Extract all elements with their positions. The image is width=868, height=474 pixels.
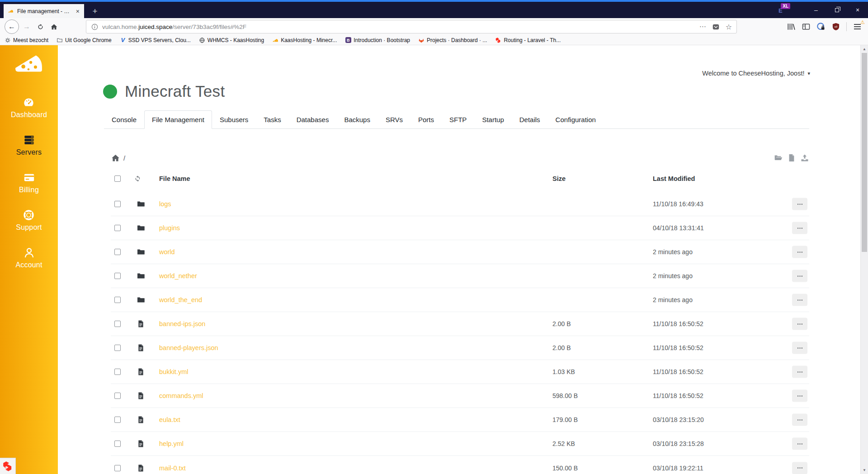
bookmark-ssd-vps-servers-clou[interactable]: V SSD VPS Servers, Clou... xyxy=(120,37,191,43)
bookmark-uit-google-chrome[interactable]: Uit Google Chrome xyxy=(57,37,112,43)
file-name-link[interactable]: world_nether xyxy=(159,272,197,280)
cheesehosting-logo-icon[interactable] xyxy=(14,52,44,76)
bookmark-routing-laravel-th[interactable]: Routing - Laravel - Th... xyxy=(495,37,561,43)
close-button[interactable]: × xyxy=(847,2,868,18)
tab-srvs[interactable]: SRVs xyxy=(378,110,410,129)
file-name-link[interactable]: help.yml xyxy=(159,440,184,447)
home-button[interactable] xyxy=(47,20,61,33)
sidebar-item-servers[interactable]: Servers xyxy=(16,134,42,156)
tab-details[interactable]: Details xyxy=(512,110,548,129)
file-name-link[interactable]: banned-players.json xyxy=(159,344,218,351)
bookmark-introduction-bootstrap[interactable]: B Introduction · Bootstrap xyxy=(345,37,410,43)
scrollbar-thumb[interactable] xyxy=(862,53,867,252)
tab-file-management[interactable]: File Management xyxy=(144,110,212,129)
row-checkbox[interactable] xyxy=(114,273,121,279)
breadcrumb-path[interactable]: / xyxy=(123,154,125,162)
file-name-link[interactable]: bukkit.yml xyxy=(159,368,188,375)
scroll-down-icon[interactable]: ▼ xyxy=(861,468,868,472)
minimize-button[interactable]: – xyxy=(806,2,826,18)
bookmark-projects-dashboard[interactable]: Projects · Dashboard · ... xyxy=(418,37,487,43)
row-checkbox[interactable] xyxy=(114,417,121,423)
onepassword-icon[interactable] xyxy=(816,22,826,31)
bookmark-whmcs-kaashosting[interactable]: WHMCS - KaasHosting xyxy=(199,37,264,43)
file-type-icon xyxy=(137,464,145,472)
ublock-icon[interactable]: u0 xyxy=(831,22,840,31)
row-actions-button[interactable] xyxy=(792,198,807,210)
row-checkbox[interactable] xyxy=(114,441,121,447)
file-name-link[interactable]: commands.yml xyxy=(159,392,203,399)
tab-ports[interactable]: Ports xyxy=(410,110,442,129)
site-info-icon[interactable] xyxy=(91,23,99,31)
row-actions-button[interactable] xyxy=(792,462,807,474)
account-menu[interactable]: Welcome to CheeseHosting, Joost! ▾ xyxy=(702,70,810,77)
row-checkbox[interactable] xyxy=(114,297,121,303)
new-file-icon[interactable] xyxy=(787,153,796,162)
tab-close-icon[interactable]: × xyxy=(75,8,80,15)
row-actions-button[interactable] xyxy=(792,318,807,330)
scroll-up-icon[interactable]: ▲ xyxy=(861,47,868,51)
select-all-checkbox[interactable] xyxy=(114,175,121,182)
row-checkbox[interactable] xyxy=(114,321,121,327)
row-checkbox[interactable] xyxy=(114,249,121,255)
sidebar-toggle-icon[interactable] xyxy=(802,22,811,31)
row-actions-button[interactable] xyxy=(792,342,807,354)
bookmark-star-icon[interactable]: ☆ xyxy=(726,23,732,31)
page-scrollbar[interactable]: ▲ ▼ xyxy=(860,45,868,474)
file-name-link[interactable]: plugins xyxy=(159,224,180,232)
sidebar-item-dashboard[interactable]: Dashboard xyxy=(11,96,47,119)
tab-backups[interactable]: Backups xyxy=(336,110,378,129)
tab-sftp[interactable]: SFTP xyxy=(442,110,474,129)
row-checkbox[interactable] xyxy=(114,393,121,399)
sidebar-item-account[interactable]: Account xyxy=(15,246,42,269)
refresh-icon[interactable] xyxy=(134,175,142,183)
pocket-icon[interactable] xyxy=(712,23,720,31)
file-type-icon xyxy=(137,248,145,256)
row-actions-button[interactable] xyxy=(792,414,807,426)
column-header-modified: Last Modified xyxy=(653,175,695,182)
library-icon[interactable] xyxy=(787,22,796,31)
file-name-link[interactable]: world xyxy=(159,248,175,256)
url-text[interactable]: vulcan.home.juiced.space/server/73b3ac9f… xyxy=(102,24,696,30)
bookmark-kaashosting-minecr[interactable]: KaasHosting - Minecr... xyxy=(272,37,337,43)
home-breadcrumb-icon[interactable] xyxy=(111,153,120,163)
sidebar-item-support[interactable]: Support xyxy=(16,209,42,232)
row-actions-button[interactable] xyxy=(792,270,807,282)
file-name-link[interactable]: banned-ips.json xyxy=(159,320,205,327)
row-actions-button[interactable] xyxy=(792,438,807,450)
sidebar-item-billing[interactable]: Billing xyxy=(19,171,39,194)
row-checkbox[interactable] xyxy=(114,201,121,207)
file-name-link[interactable]: logs xyxy=(159,200,171,208)
file-name-link[interactable]: eula.txt xyxy=(159,416,180,423)
url-bar[interactable]: vulcan.home.juiced.space/server/73b3ac9f… xyxy=(86,20,737,33)
file-name-link[interactable]: mail-0.txt xyxy=(159,465,186,472)
tab-databases[interactable]: Databases xyxy=(289,110,337,129)
browser-tab[interactable]: File management - Vulcan × xyxy=(4,4,84,18)
forward-button[interactable]: → xyxy=(20,20,33,33)
bookmark-meest-bezocht[interactable]: Meest bezocht xyxy=(5,37,48,43)
new-tab-button[interactable]: + xyxy=(88,4,102,18)
row-checkbox[interactable] xyxy=(114,465,121,471)
restore-button[interactable] xyxy=(826,2,847,18)
tab-tasks[interactable]: Tasks xyxy=(256,110,288,129)
back-button[interactable]: ← xyxy=(5,19,19,34)
file-name-link[interactable]: world_the_end xyxy=(159,296,202,303)
row-actions-button[interactable] xyxy=(792,294,807,306)
row-actions-button[interactable] xyxy=(792,390,807,402)
menu-hamburger-icon[interactable]: ⚠ xyxy=(853,22,862,31)
file-type-icon xyxy=(137,392,145,400)
tab-startup[interactable]: Startup xyxy=(474,110,511,129)
row-actions-button[interactable] xyxy=(792,222,807,234)
file-modified: 11/10/18 16:50:52 xyxy=(653,392,703,399)
row-checkbox[interactable] xyxy=(114,225,121,231)
tab-console[interactable]: Console xyxy=(104,110,144,129)
reload-button[interactable] xyxy=(33,20,47,33)
row-actions-button[interactable] xyxy=(792,366,807,378)
row-checkbox[interactable] xyxy=(114,345,121,351)
row-actions-button[interactable] xyxy=(792,246,807,258)
upload-icon[interactable] xyxy=(800,153,809,162)
new-folder-icon[interactable] xyxy=(774,153,783,162)
row-checkbox[interactable] xyxy=(114,369,121,375)
tab-configuration[interactable]: Configuration xyxy=(548,110,604,129)
page-actions-icon[interactable]: ⋯ xyxy=(699,23,706,31)
tab-subusers[interactable]: Subusers xyxy=(212,110,256,129)
